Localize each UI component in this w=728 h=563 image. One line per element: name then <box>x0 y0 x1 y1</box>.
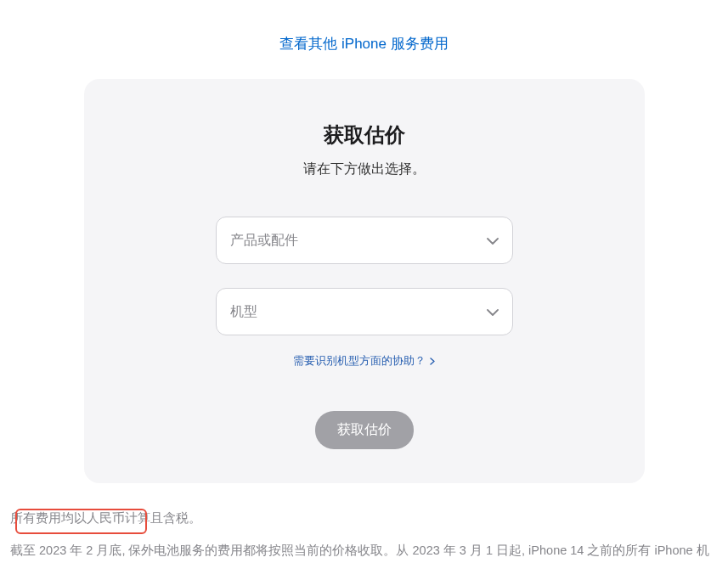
chevron-right-icon <box>430 355 435 368</box>
card-title: 获取估价 <box>118 121 611 149</box>
model-select-wrapper: 机型 <box>216 288 513 335</box>
chevron-down-icon <box>487 233 499 248</box>
other-iphone-service-link[interactable]: 查看其他 iPhone 服务费用 <box>279 36 448 52</box>
product-select[interactable]: 产品或配件 <box>216 217 513 264</box>
footer-line-2: 截至 2023 年 2 月底, 保外电池服务的费用都将按照当前的价格收取。从 2… <box>10 539 718 563</box>
help-link-label: 需要识别机型方面的协助？ <box>293 354 426 367</box>
product-select-wrapper: 产品或配件 <box>216 217 513 264</box>
model-select[interactable]: 机型 <box>216 288 513 335</box>
help-link-container: 需要识别机型方面的协助？ <box>118 352 611 369</box>
card-subtitle: 请在下方做出选择。 <box>118 160 611 178</box>
chevron-down-icon <box>487 304 499 319</box>
footer: 所有费用均以人民币计算且含税。 截至 2023 年 2 月底, 保外电池服务的费… <box>0 483 728 563</box>
footer-line-1: 所有费用均以人民币计算且含税。 <box>10 507 718 529</box>
estimate-card: 获取估价 请在下方做出选择。 产品或配件 机型 需要识别机型方面的协助？ <box>84 79 645 483</box>
top-link-container: 查看其他 iPhone 服务费用 <box>0 0 728 79</box>
product-select-placeholder: 产品或配件 <box>230 232 298 250</box>
identify-model-help-link[interactable]: 需要识别机型方面的协助？ <box>293 354 436 367</box>
model-select-placeholder: 机型 <box>230 303 257 321</box>
get-estimate-button[interactable]: 获取估价 <box>315 411 414 449</box>
